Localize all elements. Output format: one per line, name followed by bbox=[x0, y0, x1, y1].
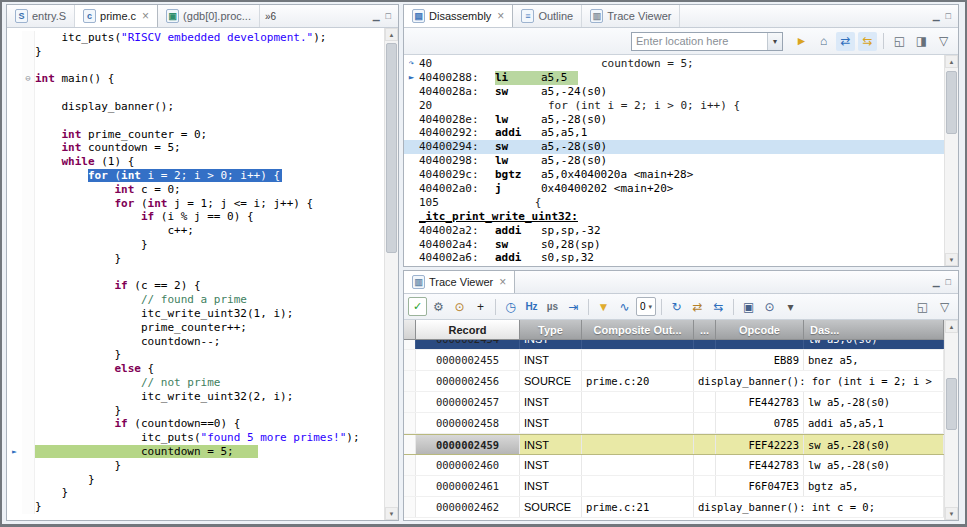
trace-row[interactable]: 0000002457INSTFE442783lw a5,-28(s0) bbox=[404, 392, 944, 413]
code-line[interactable]: } bbox=[7, 473, 384, 487]
tab-trace-viewer[interactable]: ▥Trace Viewer bbox=[582, 5, 680, 27]
disasm-instruction-line[interactable]: ►40400288:lia5,5 bbox=[404, 71, 944, 85]
refresh-icon[interactable]: ↻ bbox=[667, 297, 686, 316]
disasm-instruction-line[interactable]: 4040028e:lwa5,-28(s0) bbox=[404, 113, 944, 127]
editor-vertical-scrollbar[interactable]: ▲ ▼ bbox=[384, 28, 398, 520]
code-line[interactable]: int c = 0; bbox=[7, 183, 384, 197]
code-line[interactable]: } bbox=[7, 238, 384, 252]
column-header-das[interactable]: Das... bbox=[804, 320, 944, 340]
code-line[interactable]: else { bbox=[7, 362, 384, 376]
code-line[interactable]: if (c == 2) { bbox=[7, 279, 384, 293]
code-line[interactable]: } bbox=[7, 404, 384, 418]
code-line[interactable]: if (countdown==0) { bbox=[7, 417, 384, 431]
scrollbar-track[interactable] bbox=[945, 333, 958, 507]
trace-row[interactable]: 0000002461INSTF6F047E3bgtz a5, bbox=[404, 476, 944, 497]
trace-row[interactable]: 0000002454INSTlw a5,0(s0) bbox=[404, 340, 944, 350]
column-header-record[interactable]: Record bbox=[416, 320, 520, 340]
tab-disassembly[interactable]: ▤Disassembly× bbox=[404, 5, 513, 27]
trace-enable-checkbox[interactable]: ✓ bbox=[408, 297, 427, 316]
zero-filter-dropdown[interactable]: 0▾ bbox=[636, 297, 656, 316]
minimize-pane-icon[interactable]: ▁ bbox=[373, 11, 380, 21]
follow-trace-icon[interactable]: ⇆ bbox=[709, 297, 728, 316]
column-header-opcode[interactable]: Opcode bbox=[716, 320, 804, 340]
column-header-type[interactable]: Type bbox=[520, 320, 582, 340]
code-line[interactable] bbox=[7, 114, 384, 128]
maximize-pane-icon[interactable]: □ bbox=[386, 11, 391, 21]
disasm-instruction-line[interactable]: 40400292:addia5,a5,1 bbox=[404, 126, 944, 140]
microseconds-icon[interactable]: µs bbox=[543, 297, 562, 316]
code-line[interactable] bbox=[7, 266, 384, 280]
scrollbar-thumb[interactable] bbox=[946, 71, 957, 134]
code-line[interactable]: itc_write_uint32(2, i); bbox=[7, 390, 384, 404]
column-header-composite-out[interactable]: Composite Out... bbox=[582, 320, 694, 340]
detach-view-icon[interactable]: ◱ bbox=[913, 297, 932, 316]
disasm-instruction-line[interactable]: 40400294:swa5,-28(s0) bbox=[404, 140, 944, 154]
disasm-source-line[interactable]: 20 for (int i = 2; i > 0; i++) { bbox=[404, 99, 944, 113]
view-menu-chevron-icon[interactable]: ▽ bbox=[935, 297, 954, 316]
detach-view-icon[interactable]: ◱ bbox=[890, 32, 909, 51]
trace-vertical-scrollbar[interactable]: ▲ ▼ bbox=[944, 320, 958, 520]
trace-row[interactable]: 0000002458INST0785addi a5,a5,1 bbox=[404, 413, 944, 434]
disassembly-view[interactable]: ↷40 countdown = 5;►40400288:lia5,5404002… bbox=[404, 55, 944, 266]
code-line[interactable]: } bbox=[7, 252, 384, 266]
code-editor[interactable]: itc_puts("RISCV embedded development.");… bbox=[7, 28, 384, 520]
add-icon[interactable]: + bbox=[471, 297, 490, 316]
filter-icon[interactable]: ▼ bbox=[594, 297, 613, 316]
disasm-instruction-line[interactable]: 404002a0:j0x40400202 <main+20> bbox=[404, 182, 944, 196]
code-line[interactable]: } bbox=[7, 348, 384, 362]
pin-view-icon[interactable]: ◨ bbox=[912, 32, 931, 51]
scrollbar-track[interactable] bbox=[385, 41, 398, 507]
disasm-instruction-line[interactable]: 404002a6:addis0,sp,32 bbox=[404, 251, 944, 265]
code-line[interactable]: for (int j = 1; j <= i; j++) { bbox=[7, 197, 384, 211]
trace-row[interactable]: 0000002460INSTFE442783lw a5,-28(s0) bbox=[404, 455, 944, 476]
scroll-up-button[interactable]: ▲ bbox=[945, 55, 958, 68]
analysis-search-icon[interactable]: ⊙ bbox=[450, 297, 469, 316]
search-dropdown-arrow-icon[interactable]: ▾ bbox=[781, 297, 800, 316]
close-tab-icon[interactable]: × bbox=[497, 9, 504, 23]
disasm-source-line[interactable]: 105 { bbox=[404, 196, 944, 210]
sync-selection-icon[interactable]: ⇄ bbox=[688, 297, 707, 316]
tab-entry-s[interactable]: Sentry.S bbox=[7, 5, 75, 27]
scrollbar-track[interactable] bbox=[945, 68, 958, 253]
go-to-end-icon[interactable]: ⇥ bbox=[564, 297, 583, 316]
location-combo[interactable]: ▾ bbox=[631, 32, 783, 51]
tab-prime-c[interactable]: cprime.c× bbox=[75, 5, 158, 27]
code-line[interactable] bbox=[7, 86, 384, 100]
scroll-down-button[interactable]: ▼ bbox=[945, 507, 958, 520]
chart-icon[interactable]: ∿ bbox=[615, 297, 634, 316]
tab-outline[interactable]: ≡Outline bbox=[513, 5, 582, 27]
search-trace-icon[interactable]: ⊙ bbox=[760, 297, 779, 316]
hidden-editors-indicator[interactable]: »6 bbox=[260, 11, 281, 22]
settings-wrench-icon[interactable]: ⚙ bbox=[429, 297, 448, 316]
code-line[interactable]: // found a prime bbox=[7, 293, 384, 307]
minimize-pane-icon[interactable]: ▁ bbox=[933, 277, 940, 287]
code-line[interactable]: ► countdown = 5; bbox=[7, 445, 384, 459]
code-line[interactable]: countdown--; bbox=[7, 335, 384, 349]
link-with-editor-icon[interactable]: ⇆ bbox=[858, 32, 877, 51]
code-line[interactable]: } bbox=[7, 486, 384, 500]
code-line[interactable]: } bbox=[7, 45, 384, 59]
collapse-icon[interactable]: ⊖ bbox=[22, 72, 35, 86]
minimize-pane-icon[interactable]: ▁ bbox=[933, 11, 940, 21]
code-line[interactable] bbox=[7, 59, 384, 73]
code-line[interactable]: prime_counter++; bbox=[7, 321, 384, 335]
disasm-instruction-line[interactable]: 4040028a:swa5,-24(s0) bbox=[404, 85, 944, 99]
sync-context-icon[interactable]: ⇄ bbox=[836, 32, 855, 51]
code-line[interactable]: } bbox=[7, 459, 384, 473]
trace-row[interactable]: 0000002455INSTEB89bnez a5, bbox=[404, 350, 944, 371]
code-line[interactable]: itc_puts("found 5 more primes!"); bbox=[7, 431, 384, 445]
trace-row[interactable]: 0000002459INSTFEF42223sw a5,-28(s0) bbox=[404, 434, 944, 455]
scroll-up-button[interactable]: ▲ bbox=[385, 28, 398, 41]
code-line[interactable]: display_banner(); bbox=[7, 100, 384, 114]
code-line[interactable]: if (i % j == 0) { bbox=[7, 210, 384, 224]
scroll-down-button[interactable]: ▼ bbox=[385, 507, 398, 520]
column-header-[interactable]: ... bbox=[694, 320, 716, 340]
disasm-instruction-line[interactable]: 404002a4:sws0,28(sp) bbox=[404, 238, 944, 252]
maximize-pane-icon[interactable]: □ bbox=[946, 11, 951, 21]
code-line[interactable]: } bbox=[7, 500, 384, 514]
scroll-up-button[interactable]: ▲ bbox=[945, 320, 958, 333]
disasm-instruction-line[interactable]: 40400298:lwa5,-28(s0) bbox=[404, 154, 944, 168]
location-input[interactable] bbox=[632, 33, 767, 50]
code-line[interactable]: itc_write_uint32(1, i); bbox=[7, 307, 384, 321]
tab-trace-viewer[interactable]: ▥Trace Viewer× bbox=[404, 271, 515, 293]
